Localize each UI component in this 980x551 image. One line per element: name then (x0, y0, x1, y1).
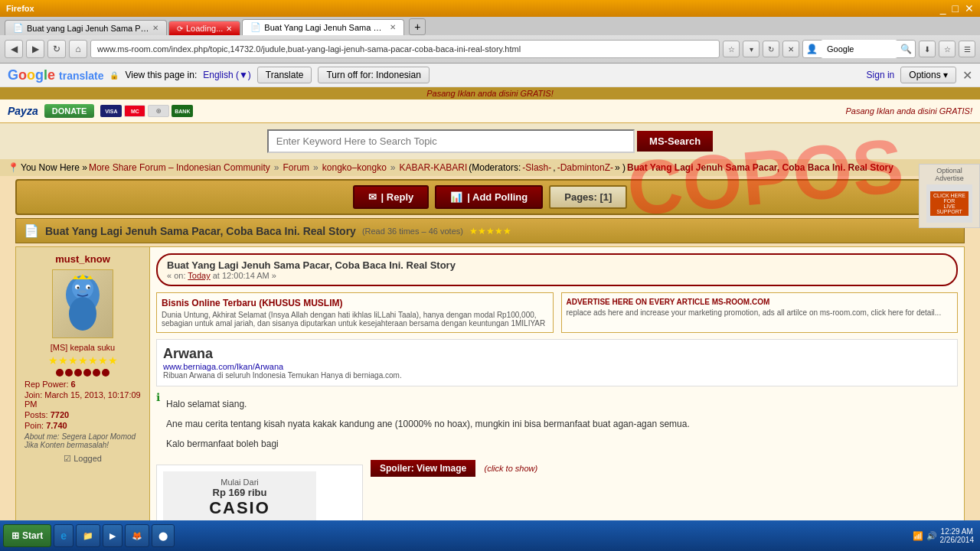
posts: Posts: 7720 (22, 409, 143, 420)
maximize-btn[interactable]: □ (952, 2, 959, 15)
search-icon[interactable]: 🔍 (900, 44, 912, 54)
arwana-url[interactable]: www.berniaga.com/Ikan/Arwana (163, 362, 951, 371)
back-btn[interactable]: ◀ (5, 40, 23, 58)
menu-btn[interactable]: ☰ (959, 41, 975, 57)
tab-title-3: Buat Yang Lagi Jenuh Sama Pacar, Co... (264, 23, 387, 32)
turn-off-btn[interactable]: Turn off for: Indonesian (318, 67, 429, 83)
tab-close-3[interactable]: ✕ (390, 23, 396, 31)
username[interactable]: must_know (22, 253, 143, 265)
logged-status: ☑ Logged (22, 454, 143, 464)
pip-1 (56, 369, 64, 377)
person-icon: 👤 (806, 44, 818, 54)
taskbar-firefox[interactable]: 🦊 (125, 524, 149, 547)
advertise-label: Advertise (922, 174, 977, 182)
media-icon: ▶ (109, 531, 116, 541)
donate-btn[interactable]: DONATE (44, 104, 95, 118)
tab-close-2[interactable]: ✕ (226, 24, 232, 33)
start-btn[interactable]: ⊞ Start (3, 524, 51, 547)
tab-favicon-1: 📄 (13, 23, 24, 33)
taskbar-ie[interactable]: e (54, 524, 74, 547)
topic-title: Buat Yang Lagi Jenuh Sama Pacar, Coba Ba… (45, 225, 356, 237)
user-stars: ★★★★★★★ (22, 354, 143, 367)
breadcrumb-forum-link[interactable]: More Share Forum – Indonesian Community (89, 162, 270, 173)
breadcrumb-kongko[interactable]: kongko–kongko (322, 162, 387, 173)
ad2-title[interactable]: ADVERTISE HERE ON EVERY ARTICLE MS-ROOM.… (567, 298, 953, 306)
moderator-1[interactable]: -Slash- (522, 162, 551, 173)
downloads-btn[interactable]: ⬇ (919, 41, 936, 57)
user-title: [MS] kepala suku (22, 343, 143, 352)
tab-2[interactable]: ⟳ Loading... ✕ (168, 21, 240, 35)
refresh-btn[interactable]: ↻ (47, 40, 66, 58)
top-ad-text: Pasang Iklan anda disini GRATIS! (426, 89, 554, 98)
pip-3 (74, 369, 82, 377)
forward-btn[interactable]: ▶ (26, 40, 44, 58)
explorer-icon: 📁 (83, 531, 93, 541)
bookmarks-toolbar-btn[interactable]: ☆ (939, 41, 956, 57)
language-link[interactable]: English (▼) (203, 70, 251, 80)
home-btn[interactable]: ⌂ (69, 40, 87, 58)
translate-close-btn[interactable]: ✕ (962, 68, 972, 83)
search-field[interactable] (267, 129, 635, 153)
reply-btn[interactable]: ✉ | Reply (353, 185, 430, 209)
ms-search-btn[interactable]: MS-Search (637, 131, 713, 152)
you-now-here: You Now Here » (21, 162, 87, 173)
breadcrumb-topic[interactable]: Buat Yang Lagi Jenuh Sama Pacar, Coba Ba… (627, 162, 893, 173)
pages-btn[interactable]: Pages: [1] (549, 185, 627, 209)
poin: Poin: 7.740 (22, 420, 143, 431)
taskbar-chrome[interactable]: ⬤ (152, 524, 175, 547)
tab-title-2: Loading... (186, 24, 223, 33)
taskbar-tray: 📶 🔊 12:29 AM 2/26/2014 (913, 527, 978, 544)
spoiler-btn[interactable]: Spoiler: View Image (371, 460, 475, 477)
minimize-btn[interactable]: _ (940, 2, 946, 15)
lock-icon: 🔒 (109, 71, 119, 80)
location-icon: 📍 (8, 162, 19, 173)
nav-bar: ◀ ▶ ↻ ⌂ ☆ ▾ ↻ ✕ 👤 🔍 ⬇ ☆ ☰ (0, 35, 980, 63)
arwana-title[interactable]: Arwana (163, 346, 951, 362)
new-tab-btn[interactable]: + (409, 18, 426, 35)
tab-close-1[interactable]: ✕ (152, 24, 158, 32)
today-link[interactable]: Today (188, 271, 210, 280)
post-content: Buat Yang Lagi Jenuh Sama Pacar, Coba Ba… (150, 247, 964, 551)
topic-stars: ★★★★★ (469, 226, 511, 236)
tab-3[interactable]: 📄 Buat Yang Lagi Jenuh Sama Pacar, Co...… (242, 19, 404, 35)
svg-point-6 (88, 286, 90, 289)
taskbar: ⊞ Start e 📁 ▶ 🦊 ⬤ 📶 🔊 12:29 AM 2/26/2014 (0, 520, 980, 551)
moderator-2[interactable]: -DabmintonZ- (557, 162, 613, 173)
taskbar-explorer[interactable]: 📁 (76, 524, 100, 547)
spoiler-area: Spoiler: View Image (click to show) (371, 460, 537, 477)
action-bar: ✉ | Reply 📊 | Add Polling Pages: [1] (15, 179, 965, 215)
info-icon: ℹ (156, 391, 160, 403)
taskbar-media[interactable]: ▶ (103, 524, 122, 547)
sign-in-link[interactable]: Sign in (867, 70, 895, 80)
breadcrumb-forum[interactable]: Forum (283, 162, 309, 173)
bookmark-btn[interactable]: ☆ (723, 41, 740, 57)
topic-icon: 📄 (24, 223, 39, 238)
translate-btn[interactable]: Translate (257, 67, 312, 83)
moderators-label: (Moderators: (469, 162, 521, 173)
post-header: Buat Yang Lagi Jenuh Sama Pacar, Coba Ba… (156, 253, 958, 286)
search-input[interactable] (821, 40, 897, 58)
ad-box-1: Bisnis Online Terbaru (KHUSUS MUSLIM) Du… (156, 292, 554, 333)
join-date: Join: March 15, 2013, 10:17:09 PM (22, 390, 143, 409)
arwana-text: Ribuan Arwana di seluruh Indonesia Temuk… (163, 371, 951, 380)
post-text-3: Kalo bermanfaat boleh bagi (166, 437, 690, 451)
page-content: Optional Advertise CLICK HEREFORLIVESUPP… (0, 87, 980, 551)
mastercard-icon: MC (124, 105, 145, 117)
add-polling-btn[interactable]: 📊 | Add Polling (435, 185, 543, 209)
stop-btn[interactable]: ✕ (782, 41, 799, 57)
options-btn[interactable]: Options ▾ (900, 67, 956, 83)
ie-icon: e (60, 530, 67, 542)
ad1-title[interactable]: Bisnis Online Terbaru (KHUSUS MUSLIM) (162, 298, 548, 308)
card-icons: VISA MC ◎ BANK (100, 105, 193, 117)
polling-icon: 📊 (450, 191, 462, 203)
ads-row: Bisnis Online Terbaru (KHUSUS MUSLIM) Du… (156, 292, 958, 333)
ad1-text: Dunia Untung, Akhirat Selamat (Insya All… (162, 311, 548, 328)
reload-btn[interactable]: ↻ (763, 41, 779, 57)
bookmark-list-btn[interactable]: ▾ (743, 41, 760, 57)
user-avatar (52, 269, 113, 338)
post-text-area: ℹ Halo selamat siang. Ane mau cerita ten… (156, 391, 958, 457)
breadcrumb-kabar[interactable]: KABAR-KABARI (400, 162, 468, 173)
address-bar[interactable] (90, 40, 720, 58)
close-btn[interactable]: ✕ (965, 2, 974, 15)
tab-1[interactable]: 📄 Buat yang Lagi Jenuh Sama Pacar, Co...… (5, 20, 167, 35)
